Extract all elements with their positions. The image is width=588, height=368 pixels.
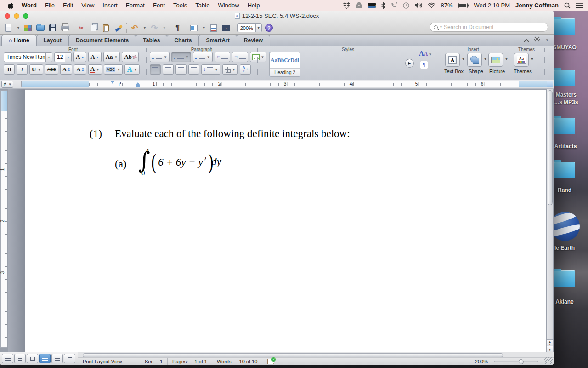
superscript-button[interactable]: A2 xyxy=(60,64,72,75)
menu-item[interactable]: Help xyxy=(243,2,264,9)
menu-item[interactable]: Table xyxy=(191,2,214,9)
font-size-combo[interactable]: 12▼ xyxy=(54,52,72,62)
chevron-down-icon[interactable]: ▼ xyxy=(531,58,534,61)
horizontal-ruler[interactable]: 123456 ↱ xyxy=(21,80,548,87)
increase-indent-button[interactable]: ➡ xyxy=(232,52,248,62)
chevron-down-icon[interactable]: ▼ xyxy=(202,26,206,30)
help-button[interactable]: ? xyxy=(265,24,273,32)
copy-button[interactable] xyxy=(89,23,98,32)
zoom-slider[interactable] xyxy=(494,361,538,362)
desktop-folder-icon[interactable] xyxy=(554,18,575,35)
google-drive-icon[interactable] xyxy=(356,2,362,8)
italic-button[interactable]: I xyxy=(17,64,28,75)
align-left-button[interactable] xyxy=(150,64,161,75)
highlight-button[interactable]: ABC▼ xyxy=(104,64,123,75)
chevron-down-icon[interactable]: ▼ xyxy=(114,55,118,59)
media-browser-button[interactable]: ♪ xyxy=(221,23,231,32)
show-formatting-button[interactable]: ¶ xyxy=(173,23,182,32)
chevron-down-icon[interactable]: ▼ xyxy=(545,38,549,42)
volume-icon[interactable] xyxy=(415,2,422,8)
underline-button[interactable]: U▼ xyxy=(29,64,43,75)
menu-item[interactable]: Insert xyxy=(98,2,122,9)
draft-view-button[interactable] xyxy=(2,354,13,363)
pages-indicator[interactable]: Pages:1 of 1 xyxy=(168,358,212,365)
search-field[interactable]: ▼ xyxy=(430,23,548,32)
paste-button[interactable] xyxy=(102,23,111,32)
change-case-button[interactable]: Aa▼ xyxy=(103,52,120,62)
chevron-down-icon[interactable]: ▼ xyxy=(65,53,71,62)
spotlight-icon[interactable] xyxy=(564,2,571,9)
first-line-indent-marker[interactable] xyxy=(110,80,115,84)
chevron-down-icon[interactable]: ▼ xyxy=(215,68,218,72)
shrink-font-button[interactable]: A▼ xyxy=(88,52,101,62)
tab-review[interactable]: Review xyxy=(237,35,270,46)
cut-button[interactable]: ✂ xyxy=(77,23,86,32)
shape-button[interactable] xyxy=(467,53,482,67)
chevron-down-icon[interactable]: ▼ xyxy=(207,55,210,59)
text-box-button[interactable]: A xyxy=(445,53,460,67)
more-styles-button[interactable]: ▶ xyxy=(405,59,414,68)
new-document-button[interactable] xyxy=(4,23,13,32)
desktop-folder-icon[interactable] xyxy=(554,70,575,86)
notification-center-icon[interactable] xyxy=(576,3,583,8)
chevron-down-icon[interactable]: ▼ xyxy=(484,58,487,61)
menu-item[interactable]: File xyxy=(41,2,59,9)
window-resize-grip[interactable] xyxy=(544,357,553,364)
tab-document-elements[interactable]: Document Elements xyxy=(68,35,136,46)
phone-icon[interactable] xyxy=(391,2,397,8)
gallery-button[interactable] xyxy=(23,23,33,32)
align-center-button[interactable] xyxy=(163,64,174,75)
line-spacing-button[interactable]: ↕▼ xyxy=(201,64,220,75)
bluetooth-icon[interactable] xyxy=(381,2,385,9)
multilevel-list-button[interactable]: ▼ xyxy=(193,52,213,62)
wifi-icon[interactable] xyxy=(428,2,435,8)
redo-button[interactable]: ↷ xyxy=(150,23,159,32)
chevron-down-icon[interactable]: ▼ xyxy=(232,68,236,72)
document-page[interactable]: (1) Evaluate each of the following defin… xyxy=(25,90,546,352)
chevron-down-icon[interactable]: ▼ xyxy=(429,52,432,57)
desktop-folder-icon[interactable] xyxy=(554,118,575,134)
bullets-button[interactable]: ▼ xyxy=(150,52,170,62)
horizontal-scrollbar-thumb[interactable] xyxy=(83,353,503,357)
borders-button[interactable]: ▼ xyxy=(222,64,238,75)
font-color-button[interactable]: A▼ xyxy=(88,64,102,75)
chevron-down-icon[interactable]: ▼ xyxy=(37,68,41,72)
select-browse-object-button[interactable]: ● xyxy=(547,346,553,352)
chevron-down-icon[interactable]: ▼ xyxy=(505,58,508,61)
chevron-down-icon[interactable]: ▼ xyxy=(462,58,465,61)
sort-button[interactable]: AZ↓ xyxy=(240,64,251,75)
undo-button[interactable]: ↶ xyxy=(130,23,139,32)
time-machine-icon[interactable] xyxy=(403,2,409,9)
menu-item[interactable]: Word xyxy=(17,2,41,9)
open-button[interactable] xyxy=(36,23,45,32)
change-styles-icon[interactable]: AA▼ xyxy=(419,50,432,58)
strikethrough-button[interactable]: ABC xyxy=(45,64,58,75)
zoom-slider-knob[interactable] xyxy=(519,359,524,364)
text-effects-button[interactable]: A▼ xyxy=(124,64,139,75)
align-right-button[interactable] xyxy=(175,64,187,75)
split-window-handle[interactable] xyxy=(547,80,553,87)
menu-item[interactable]: Edit xyxy=(59,2,77,9)
numbering-button[interactable]: ▼ xyxy=(171,52,191,62)
tab-tables[interactable]: Tables xyxy=(136,35,167,46)
justify-button[interactable] xyxy=(188,64,199,75)
notebook-view-button[interactable] xyxy=(51,354,63,363)
focus-view-button[interactable] xyxy=(64,354,75,363)
font-family-combo[interactable]: Times New Roman▼ xyxy=(4,52,52,62)
chevron-down-icon[interactable]: ▼ xyxy=(185,55,189,59)
menu-item[interactable]: Window xyxy=(214,2,243,9)
collapse-ribbon-icon[interactable] xyxy=(524,36,529,44)
show-document-button[interactable] xyxy=(209,23,218,32)
chevron-down-icon[interactable]: ▼ xyxy=(134,68,137,72)
menu-item[interactable]: View xyxy=(77,2,98,9)
chevron-down-icon[interactable]: ▼ xyxy=(164,55,167,59)
menu-item[interactable]: Tools xyxy=(169,2,191,9)
chevron-down-icon[interactable]: ▼ xyxy=(255,24,261,32)
tab-home[interactable]: ⌂Home xyxy=(1,35,37,46)
picture-button[interactable] xyxy=(488,53,503,67)
publishing-view-button[interactable] xyxy=(27,354,38,363)
battery-icon[interactable] xyxy=(458,3,469,8)
vertical-scrollbar-thumb[interactable] xyxy=(548,90,553,205)
bold-button[interactable]: B xyxy=(4,64,15,75)
vertical-ruler[interactable]: 123 xyxy=(0,90,7,348)
